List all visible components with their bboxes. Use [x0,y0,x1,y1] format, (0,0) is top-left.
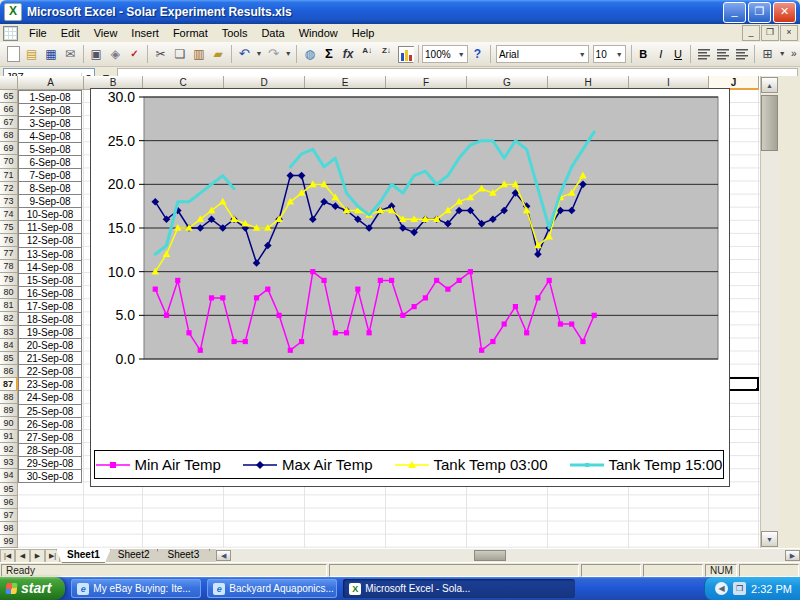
row-header-85[interactable]: 85 [0,352,18,365]
row-header-92[interactable]: 92 [0,443,18,456]
date-cell[interactable]: 22-Sep-08 [18,364,82,378]
menu-data[interactable]: Data [254,25,291,41]
date-cell[interactable]: 27-Sep-08 [18,430,82,444]
zoom-combobox[interactable]: 100% ▼ [422,45,468,63]
row-header-80[interactable]: 80 [0,286,18,299]
date-cell[interactable]: 1-Sep-08 [18,90,82,104]
row-header-76[interactable]: 76 [0,234,18,247]
open-button[interactable]: ▤ [23,45,40,63]
mail-button[interactable]: ✉ [62,45,79,63]
insert-hyperlink-button[interactable]: ◍ [301,45,318,63]
date-cell[interactable]: 13-Sep-08 [18,247,82,261]
row-header-94[interactable]: 94 [0,469,18,482]
network-icon[interactable]: ❒ [733,582,746,595]
autosum-button[interactable]: Σ [320,45,337,63]
new-button[interactable] [4,45,21,63]
date-cell[interactable]: 30-Sep-08 [18,469,82,483]
row-header-79[interactable]: 79 [0,273,18,286]
undo-dropdown-arrow[interactable]: ▼ [255,45,263,63]
date-cell[interactable]: 21-Sep-08 [18,351,82,365]
close-button[interactable]: ✕ [773,2,796,23]
taskbar-task-ebay[interactable]: e My eBay Buying: Ite... [71,579,201,598]
align-center-button[interactable] [714,45,731,63]
align-right-button[interactable] [733,45,750,63]
borders-dropdown-arrow[interactable]: ▼ [778,45,786,63]
row-header-84[interactable]: 84 [0,339,18,352]
menu-edit[interactable]: Edit [54,25,87,41]
date-cell[interactable]: 18-Sep-08 [18,312,82,326]
hide-icons-icon[interactable]: ◀ [715,582,728,595]
date-cell[interactable]: 7-Sep-08 [18,168,82,182]
sort-ascending-button[interactable]: A↓ [359,45,376,63]
row-header-82[interactable]: 82 [0,312,18,325]
print-button[interactable]: ▣ [88,45,105,63]
workbook-close-button[interactable]: × [780,25,798,41]
bold-button[interactable]: B [636,45,651,63]
underline-button[interactable]: U [670,45,685,63]
redo-dropdown-arrow[interactable]: ▼ [284,45,292,63]
date-cell[interactable]: 20-Sep-08 [18,338,82,352]
save-button[interactable]: ▦ [42,45,59,63]
horizontal-scrollbar[interactable]: ◀ ▶ [216,549,800,563]
menu-tools[interactable]: Tools [215,25,255,41]
row-header-96[interactable]: 96 [0,496,18,509]
date-cell[interactable]: 26-Sep-08 [18,417,82,431]
borders-button[interactable]: ⊞ [759,45,776,63]
row-header-66[interactable]: 66 [0,103,18,116]
date-cell[interactable]: 2-Sep-08 [18,103,82,117]
date-cell[interactable]: 17-Sep-08 [18,299,82,313]
font-name-combobox[interactable]: Arial ▼ [496,45,589,63]
date-cell[interactable]: 29-Sep-08 [18,456,82,470]
row-header-72[interactable]: 72 [0,182,18,195]
workbook-restore-button[interactable]: ❐ [761,25,779,41]
date-cell[interactable]: 8-Sep-08 [18,181,82,195]
date-cell[interactable]: 25-Sep-08 [18,404,82,418]
date-cell[interactable]: 16-Sep-08 [18,286,82,300]
menu-file[interactable]: File [22,25,54,41]
spelling-button[interactable]: ✓ [126,45,143,63]
tab-sheet3[interactable]: Sheet3 [157,549,211,563]
row-header-68[interactable]: 68 [0,129,18,142]
taskbar-task-aquaponics[interactable]: e Backyard Aquaponics... [207,579,337,598]
date-cell[interactable]: 6-Sep-08 [18,155,82,169]
align-left-button[interactable] [695,45,712,63]
scroll-right-button[interactable]: ▶ [785,550,800,561]
row-header-69[interactable]: 69 [0,142,18,155]
row-header-71[interactable]: 71 [0,169,18,182]
first-sheet-button[interactable]: |◀ [0,549,15,563]
workbook-minimize-button[interactable]: _ [742,25,760,41]
toolbar-options-button[interactable]: » [788,45,799,63]
date-cell[interactable]: 24-Sep-08 [18,390,82,404]
undo-button[interactable]: ↶ [236,45,253,63]
vertical-scroll-thumb[interactable] [761,95,778,151]
row-header-83[interactable]: 83 [0,326,18,339]
copy-button[interactable]: ❏ [171,45,188,63]
sort-descending-button[interactable]: Z↓ [378,45,395,63]
next-sheet-button[interactable]: ▶ [30,549,45,563]
menu-view[interactable]: View [87,25,125,41]
format-painter-button[interactable]: ▰ [210,45,227,63]
row-header-91[interactable]: 91 [0,430,18,443]
date-cell[interactable]: 14-Sep-08 [18,260,82,274]
tab-sheet1[interactable]: Sheet1 [56,549,111,563]
row-header-97[interactable]: 97 [0,509,18,522]
taskbar-task-excel[interactable]: X Microsoft Excel - Sola... [343,579,575,598]
chart-wizard-button[interactable] [397,45,414,63]
cut-button[interactable]: ✂ [152,45,169,63]
row-header-90[interactable]: 90 [0,417,18,430]
date-cell[interactable]: 12-Sep-08 [18,233,82,247]
temperature-chart[interactable]: 0.05.010.015.020.025.030.0 Min Air TempM… [90,88,730,487]
redo-button[interactable]: ↷ [265,45,282,63]
help-button[interactable]: ? [469,45,486,63]
row-header-87[interactable]: 87 [0,378,18,391]
date-cell[interactable]: 19-Sep-08 [18,325,82,339]
row-header-99[interactable]: 99 [0,535,18,548]
minimize-button[interactable]: _ [723,2,746,23]
row-header-98[interactable]: 98 [0,522,18,535]
row-header-75[interactable]: 75 [0,221,18,234]
date-cell[interactable]: 11-Sep-08 [18,220,82,234]
row-header-74[interactable]: 74 [0,208,18,221]
row-header-95[interactable]: 95 [0,483,18,496]
tab-sheet2[interactable]: Sheet2 [107,549,161,563]
scroll-down-button[interactable]: ▼ [761,531,778,547]
